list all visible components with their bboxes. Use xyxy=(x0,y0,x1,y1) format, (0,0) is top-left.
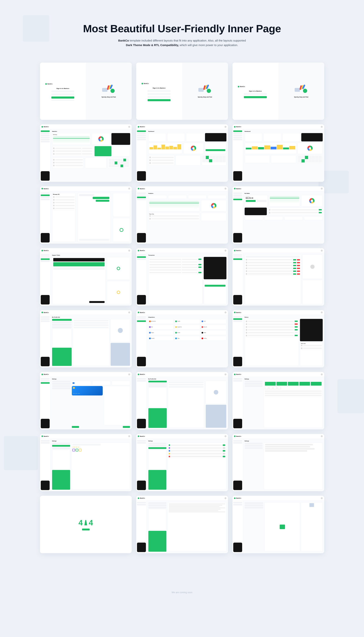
screenshot-signin-2[interactable]: BankCo Sign in to Bankco Speedy, Easy an… xyxy=(136,63,228,120)
screenshot-analytics[interactable]: BankCo Analytics Team Chat xyxy=(136,186,228,244)
sidebar-item[interactable] xyxy=(233,442,242,444)
input[interactable] xyxy=(169,382,204,383)
sidebar-item[interactable] xyxy=(41,258,50,260)
upgrade-button[interactable] xyxy=(52,470,70,490)
settings-nav-item[interactable] xyxy=(52,447,70,449)
avatar[interactable] xyxy=(224,250,226,252)
avatar[interactable] xyxy=(321,311,323,313)
email-field[interactable] xyxy=(244,93,267,95)
screenshot-profile-edit[interactable]: BankCo My Profile Edit xyxy=(40,310,132,368)
payment-card[interactable] xyxy=(112,381,130,385)
table-row[interactable] xyxy=(246,267,300,270)
avatar[interactable] xyxy=(224,497,226,499)
settings-nav-item[interactable] xyxy=(52,324,72,326)
sidebar-item[interactable] xyxy=(137,318,146,320)
email-field[interactable] xyxy=(51,91,74,92)
back-button[interactable] xyxy=(82,528,90,530)
screenshot-settings-cards[interactable]: BankCo Settings •••• xyxy=(40,372,132,429)
sidebar-item[interactable] xyxy=(233,504,242,505)
table-row[interactable] xyxy=(246,326,298,329)
sidebar-item[interactable] xyxy=(233,197,242,198)
table-row[interactable] xyxy=(246,334,298,337)
screenshot-settings-upload[interactable]: BankCo xyxy=(232,496,324,553)
sidebar-item[interactable] xyxy=(41,139,50,140)
file-icon[interactable] xyxy=(265,387,268,389)
sidebar-item[interactable] xyxy=(233,316,242,318)
folder-icon[interactable] xyxy=(276,382,287,386)
screenshot-statistics[interactable]: BankCo Statistics Summary xyxy=(40,124,132,182)
settings-nav-item[interactable] xyxy=(52,387,71,389)
settings-nav-item[interactable] xyxy=(244,381,263,382)
sidebar-item[interactable] xyxy=(41,135,50,136)
sidebar-item[interactable] xyxy=(233,137,242,138)
sidebar-item[interactable] xyxy=(137,199,146,200)
screenshot-integrations[interactable]: BankCo Integrations Mail ChartPro Dropbo… xyxy=(136,310,228,368)
table-row[interactable] xyxy=(246,258,300,261)
toggle[interactable] xyxy=(223,444,225,446)
screenshot-profile-2[interactable]: BankCo My Profile Edit xyxy=(136,372,228,429)
sidebar-item[interactable] xyxy=(137,258,146,260)
settings-nav-item[interactable] xyxy=(244,502,263,504)
screenshot-users-table[interactable]: BankCo xyxy=(232,248,324,306)
table-row[interactable] xyxy=(246,264,300,267)
confirm-field[interactable] xyxy=(148,96,170,98)
settings-nav-item[interactable] xyxy=(148,445,166,447)
avatar[interactable] xyxy=(128,311,130,313)
avatar[interactable] xyxy=(128,373,130,375)
sidebar-item[interactable] xyxy=(41,141,50,142)
table-row[interactable] xyxy=(246,329,298,331)
avatar[interactable] xyxy=(321,435,323,437)
toggle[interactable] xyxy=(223,450,225,452)
settings-nav-item[interactable] xyxy=(244,507,263,508)
table-row[interactable] xyxy=(246,270,300,273)
sidebar-item[interactable] xyxy=(137,195,146,196)
screenshot-dashboard-2[interactable]: BankCo Dashboard xyxy=(232,124,324,182)
notif-row[interactable] xyxy=(169,444,225,447)
screenshot-404[interactable]: 44 xyxy=(40,496,132,553)
action-button[interactable] xyxy=(205,285,225,287)
sidebar-item[interactable] xyxy=(41,256,50,258)
settings-nav-item[interactable] xyxy=(148,504,166,506)
sidebar-item[interactable] xyxy=(137,380,146,382)
settings-nav-item[interactable] xyxy=(52,319,72,321)
input[interactable] xyxy=(72,444,100,445)
sidebar-item[interactable] xyxy=(233,380,242,382)
settings-nav-item[interactable] xyxy=(52,443,70,444)
table-row[interactable] xyxy=(150,261,202,263)
sidebar-item[interactable] xyxy=(41,380,50,382)
table-row[interactable] xyxy=(150,266,202,269)
file-icon[interactable] xyxy=(278,387,281,389)
settings-nav-item[interactable] xyxy=(148,443,166,444)
sidebar-item[interactable] xyxy=(233,131,242,132)
sidebar-item[interactable] xyxy=(137,254,146,256)
settings-nav-item[interactable] xyxy=(148,447,166,449)
sidebar-item[interactable] xyxy=(233,256,242,258)
avatar[interactable] xyxy=(321,373,323,375)
signup-button[interactable] xyxy=(148,99,170,101)
sidebar-item[interactable] xyxy=(41,440,50,441)
table-row[interactable] xyxy=(246,323,298,326)
table-row[interactable] xyxy=(150,269,202,271)
contact-item[interactable] xyxy=(53,199,75,201)
screenshot-settings-terms[interactable]: BankCo xyxy=(136,496,228,553)
password-field[interactable] xyxy=(148,93,170,95)
contact-item[interactable] xyxy=(53,196,75,199)
sidebar-item[interactable] xyxy=(233,135,242,136)
save-button[interactable] xyxy=(123,426,130,428)
settings-nav-item[interactable] xyxy=(148,502,166,504)
upload-zone[interactable] xyxy=(264,502,300,552)
toggle[interactable] xyxy=(223,453,225,454)
sidebar-item[interactable] xyxy=(137,316,146,318)
settings-nav-item[interactable] xyxy=(244,385,263,387)
sidebar-item[interactable] xyxy=(137,192,146,194)
sidebar-item[interactable] xyxy=(137,440,146,441)
sidebar-item[interactable] xyxy=(233,318,242,320)
sidebar-item[interactable] xyxy=(233,199,242,200)
integ-card[interactable]: Box Box xyxy=(174,330,200,335)
signin-button[interactable] xyxy=(51,97,74,99)
avatar[interactable] xyxy=(128,126,130,128)
transfer-button[interactable] xyxy=(206,149,225,151)
sidebar-item[interactable] xyxy=(137,131,146,132)
sidebar-item[interactable] xyxy=(233,378,242,380)
settings-nav-item[interactable] xyxy=(244,383,263,385)
